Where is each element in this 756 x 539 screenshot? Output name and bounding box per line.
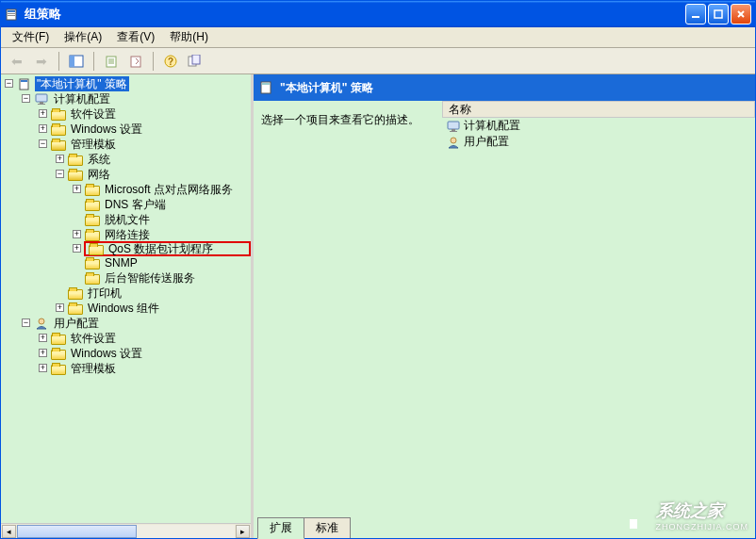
user-icon [34,317,49,330]
expand-icon[interactable]: + [39,349,47,357]
tree-label: 脱机文件 [103,212,152,227]
tree-ms-p2p[interactable]: Microsoft 点对点网络服务 [84,182,251,197]
maximize-button[interactable] [708,4,729,24]
column-header-name[interactable]: 名称 [442,101,755,118]
watermark-text: 系统之家 [656,501,724,520]
tree-label: SNMP [103,255,140,270]
tree-label: 打印机 [86,286,123,301]
expand-icon[interactable]: + [39,124,47,133]
tree-user-admin[interactable]: 管理模板 [50,361,251,376]
list-item-computer-config[interactable]: 计算机配置 [442,118,755,134]
expand-icon[interactable]: + [39,364,47,372]
menu-help[interactable]: 帮助(H) [162,27,216,47]
list-item-user-config[interactable]: 用户配置 [442,134,755,150]
expand-icon[interactable]: + [39,334,47,342]
scrollbar-thumb[interactable] [17,525,137,538]
details-body: 选择一个项目来查看它的描述。 名称 计算机配置 用户配置 [254,101,755,517]
list-item-label: 计算机配置 [464,118,520,134]
folder-icon [51,110,66,121]
tree-bits[interactable]: 后台智能传送服务 [84,270,251,286]
folder-icon [89,245,104,255]
details-header: "本地计算机" 策略 [254,74,755,101]
expand-icon[interactable]: + [56,155,64,163]
tree-software-settings[interactable]: 软件设置 [50,106,251,122]
tree-network-connections[interactable]: 网络连接 [84,227,251,242]
tree-view[interactable]: − "本地计算机" 策略 − 计算机配置 +软件设置 +Wind [1,74,251,523]
title-bar[interactable]: 组策略 [1,1,755,27]
svg-rect-23 [38,104,45,105]
collapse-icon[interactable]: − [39,139,47,148]
tree-system[interactable]: 系统 [67,152,251,167]
tree-root[interactable]: "本地计算机" 策略 [16,76,251,91]
folder-icon [85,274,100,285]
show-hide-tree-button[interactable] [66,51,87,72]
folder-icon [85,201,100,211]
watermark: 系统之家 ZHONGZHIJIA.COM [616,499,749,531]
svg-rect-21 [36,94,47,102]
folder-icon [51,350,66,360]
export-button[interactable] [125,51,146,72]
collapse-icon[interactable]: − [56,170,64,178]
list-item-label: 用户配置 [464,134,509,150]
tree-label: 网络连接 [103,227,152,242]
description-text: 选择一个项目来查看它的描述。 [261,113,419,126]
svg-rect-1 [8,10,15,12]
expand-icon[interactable]: + [73,244,81,253]
tree-offline-files[interactable]: 脱机文件 [84,212,251,227]
scroll-right-button[interactable]: ▸ [236,525,250,538]
back-button[interactable]: ⬅ [7,51,27,72]
computer-icon [34,92,49,106]
tree-snmp[interactable]: SNMP [84,255,251,270]
menu-view[interactable]: 查看(V) [109,27,162,47]
tab-standard[interactable]: 标准 [304,517,351,538]
tree-printers[interactable]: 打印机 [67,286,251,301]
folder-icon [68,304,83,315]
svg-rect-3 [8,15,15,16]
menu-file[interactable]: 文件(F) [5,27,57,47]
tree-label: 软件设置 [69,331,118,346]
tree-label: Windows 组件 [86,301,161,316]
tree-computer-config[interactable]: 计算机配置 [33,91,251,106]
scrollbar-track[interactable] [17,525,235,538]
tree-label: 管理模板 [69,361,118,376]
tree-label: 后台智能传送服务 [103,270,197,286]
expand-icon[interactable]: + [73,230,81,238]
collapse-icon[interactable]: − [22,318,30,327]
folder-icon [85,231,100,241]
svg-point-30 [451,138,456,143]
tree-label: 用户配置 [52,316,101,331]
expand-icon[interactable]: + [56,303,64,312]
properties-button[interactable] [101,51,122,72]
minimize-button[interactable] [685,4,706,24]
horizontal-scrollbar[interactable]: ◂ ▸ [1,523,251,538]
tree-user-software[interactable]: 软件设置 [50,331,251,346]
folder-icon [85,186,100,196]
templates-button[interactable] [185,51,205,72]
tree-label: Windows 设置 [69,122,144,137]
tree-dns-client[interactable]: DNS 客户端 [84,197,251,212]
window-title: 组策略 [25,6,685,23]
collapse-icon[interactable]: − [5,79,13,88]
tab-extended[interactable]: 扩展 [257,517,304,539]
tree-network[interactable]: 网络 [67,167,251,182]
folder-icon [68,155,83,166]
details-panel: "本地计算机" 策略 选择一个项目来查看它的描述。 名称 计算机配置 用户配置 [254,74,755,538]
details-title: "本地计算机" 策略 [280,80,373,96]
forward-button[interactable]: ➡ [31,51,52,72]
tree-user-windows[interactable]: Windows 设置 [50,346,251,361]
tree-admin-templates[interactable]: 管理模板 [50,137,251,152]
help-button[interactable]: ? [160,51,181,72]
toolbar-separator [93,52,94,71]
tree-qos-scheduler[interactable]: QoS 数据包计划程序 [84,241,251,256]
tree-windows-components[interactable]: Windows 组件 [67,301,251,316]
expand-icon[interactable]: + [73,185,81,193]
expand-icon[interactable]: + [39,109,47,118]
folder-open-icon [51,140,66,151]
tree-windows-settings[interactable]: Windows 设置 [50,122,251,137]
menu-action[interactable]: 操作(A) [57,27,109,47]
svg-rect-20 [21,80,27,82]
collapse-icon[interactable]: − [22,94,30,103]
close-button[interactable] [731,4,751,24]
tree-user-config[interactable]: 用户配置 [33,316,251,331]
scroll-left-button[interactable]: ◂ [2,525,16,538]
